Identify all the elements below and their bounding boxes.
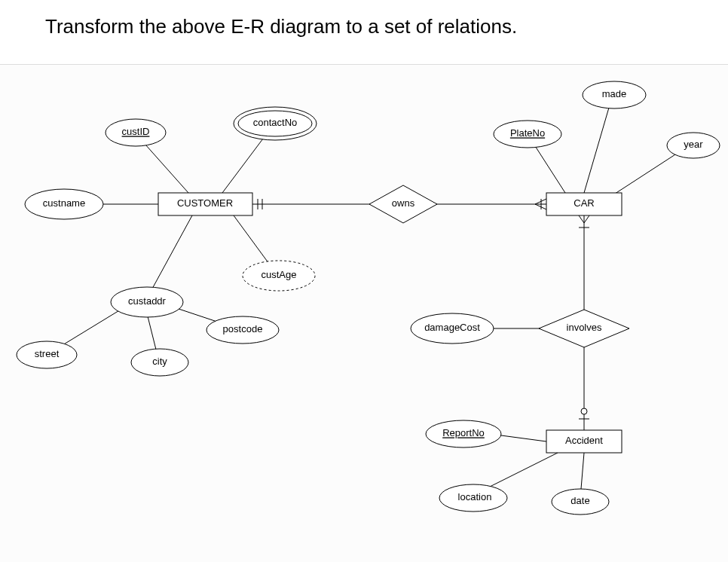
attr-postcode-label: postcode	[223, 323, 263, 334]
attr-street-label: street	[35, 348, 60, 359]
edge-contactno-customer	[222, 133, 268, 193]
cardinality-crow-3b	[579, 215, 584, 223]
diagram-container: Transform the above E-R diagram to a set…	[0, 0, 728, 562]
attr-damagecost-label: damageCost	[424, 322, 480, 333]
attr-year-label: year	[684, 139, 703, 150]
page-title: Transform the above E-R diagram to a set…	[45, 15, 517, 38]
attr-date-label: date	[570, 495, 589, 506]
attr-custid-label: custID	[122, 126, 150, 137]
cardinality-circle-4a	[581, 408, 587, 414]
attr-reportno-label: ReportNo	[442, 427, 485, 438]
attr-custname-label: custname	[43, 197, 85, 209]
attr-contactno-label: contactNo	[253, 117, 298, 128]
entity-customer-label: CUSTOMER	[177, 197, 233, 209]
attr-plateno-label: PlateNo	[510, 127, 545, 139]
edge-custid-customer	[139, 138, 188, 193]
attr-made-label: made	[602, 88, 627, 99]
edge-plateno-car	[531, 140, 565, 193]
edge-custaddr-customer	[147, 215, 192, 298]
attr-custaddr-label: custaddr	[128, 295, 167, 307]
entity-accident-label: Accident	[565, 435, 603, 446]
entity-car-label: CAR	[574, 197, 594, 209]
attr-custage-label: custAge	[262, 269, 297, 280]
cardinality-crow-3c	[584, 215, 589, 223]
attr-city-label: city	[152, 356, 167, 367]
edge-location-accident	[482, 453, 558, 490]
er-diagram: CUSTOMER CAR Accident owns involves cust…	[0, 64, 728, 562]
relationship-owns-label: owns	[392, 197, 415, 209]
edge-made-car	[584, 102, 610, 193]
attr-location-label: location	[458, 491, 492, 502]
relationship-involves-label: involves	[567, 322, 602, 333]
edge-year-car	[610, 148, 686, 197]
